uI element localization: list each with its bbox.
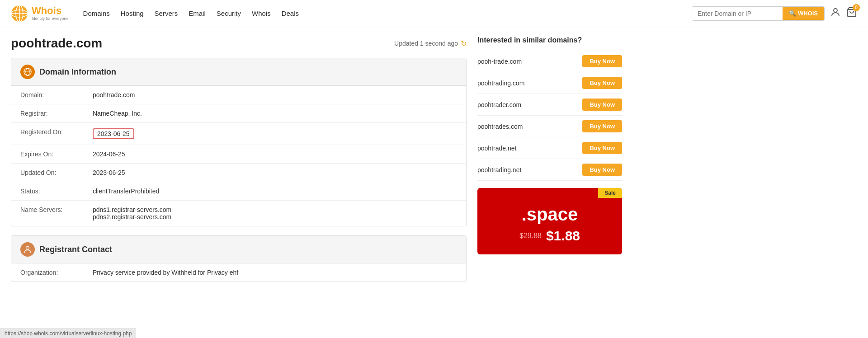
nav-security[interactable]: Security	[217, 9, 241, 17]
registrar-field-row: Registrar: NameCheap, Inc.	[11, 104, 466, 123]
left-panel: poohtrade.com Updated 1 second ago ↻ Dom…	[11, 36, 467, 291]
similar-domain-name-4: poohtrades.com	[477, 123, 523, 130]
domain-info-card: Domain Information Domain: poohtrade.com…	[11, 58, 467, 226]
similar-title: Interested in similar domains?	[477, 36, 622, 44]
nameservers-value: pdns1.registrar-servers.compdns2.registr…	[93, 206, 457, 221]
similar-domain-row-3: poohtrader.com Buy Now	[477, 94, 622, 116]
similar-domain-name-3: poohtrader.com	[477, 101, 521, 108]
updated-on-field-row: Updated On: 2023-06-25	[11, 164, 466, 182]
search-button[interactable]: 🔍 WHOIS	[783, 7, 824, 20]
registered-on-label: Registered On:	[20, 128, 93, 136]
registrar-label: Registrar:	[20, 110, 93, 117]
similar-domain-name-6: poohtrading.net	[477, 166, 521, 174]
status-value: clientTransferProhibited	[93, 188, 457, 195]
logo-text: Whois Identity for everyone	[32, 5, 69, 21]
updated-on-value: 2023-06-25	[93, 169, 457, 176]
cart-icon[interactable]: 0	[846, 7, 857, 20]
logo-area[interactable]: Whois Identity for everyone	[11, 5, 69, 22]
refresh-icon[interactable]: ↻	[461, 39, 467, 48]
domain-field-row: Domain: poohtrade.com	[11, 86, 466, 104]
buy-now-button-5[interactable]: Buy Now	[582, 142, 622, 154]
buy-now-button-2[interactable]: Buy Now	[582, 77, 622, 89]
similar-domain-row-6: poohtrading.net Buy Now	[477, 159, 622, 181]
status-label: Status:	[20, 188, 93, 195]
search-button-label: WHOIS	[798, 10, 818, 17]
nav-servers[interactable]: Servers	[155, 9, 178, 17]
main-content: poohtrade.com Updated 1 second ago ↻ Dom…	[0, 27, 633, 300]
logo-icon	[11, 5, 28, 22]
org-label: Organization:	[20, 269, 93, 276]
registered-on-field-row: Registered On: 2023-06-25	[11, 123, 466, 145]
similar-domain-name-1: pooh-trade.com	[477, 58, 522, 65]
similar-domain-name-5: poohtrade.net	[477, 145, 516, 152]
registered-on-date: 2023-06-25	[93, 128, 134, 139]
sale-badge: Sale	[598, 188, 622, 198]
domain-value: poohtrade.com	[93, 91, 457, 99]
registered-on-value: 2023-06-25	[93, 128, 457, 139]
domain-title-row: poohtrade.com Updated 1 second ago ↻	[11, 36, 467, 51]
header: Whois Identity for everyone Domains Host…	[0, 0, 868, 27]
search-input[interactable]	[692, 7, 783, 20]
expires-on-field-row: Expires On: 2024-06-25	[11, 145, 466, 164]
updated-text: Updated 1 second ago	[394, 40, 458, 47]
buy-now-button-4[interactable]: Buy Now	[582, 120, 622, 132]
buy-now-button-3[interactable]: Buy Now	[582, 99, 622, 111]
right-panel: Interested in similar domains? pooh-trad…	[477, 36, 622, 291]
similar-domain-name-2: poohtrading.com	[477, 80, 524, 87]
registrant-icon	[20, 242, 35, 257]
domain-label: Domain:	[20, 91, 93, 99]
similar-domain-row-2: poohtrading.com Buy Now	[477, 72, 622, 94]
promo-domain-ext: .space	[486, 204, 613, 225]
registrant-contact-card: Registrant Contact Organization: Privacy…	[11, 235, 467, 282]
registrant-title: Registrant Contact	[39, 245, 112, 254]
org-value: Privacy service provided by Withheld for…	[93, 269, 457, 276]
nav-hosting[interactable]: Hosting	[121, 9, 144, 17]
search-bar: 🔍 WHOIS	[692, 6, 825, 21]
similar-domain-row-5: poohtrade.net Buy Now	[477, 137, 622, 159]
promo-card: Sale .space $29.88 $1.88	[477, 188, 622, 254]
nav-deals[interactable]: Deals	[282, 9, 299, 17]
updated-on-label: Updated On:	[20, 169, 93, 176]
promo-price-row: $29.88 $1.88	[486, 228, 613, 244]
promo-new-price: $1.88	[546, 228, 580, 244]
status-field-row: Status: clientTransferProhibited	[11, 182, 466, 201]
domain-info-header: Domain Information	[11, 58, 466, 86]
nav-whois[interactable]: Whois	[252, 9, 271, 17]
svg-point-5	[834, 9, 837, 12]
similar-domain-row-1: pooh-trade.com Buy Now	[477, 51, 622, 72]
promo-old-price: $29.88	[519, 232, 542, 240]
expires-on-label: Expires On:	[20, 150, 93, 158]
cart-badge: 0	[853, 4, 860, 11]
expires-on-value: 2024-06-25	[93, 150, 457, 158]
header-right: 🔍 WHOIS 0	[692, 6, 857, 21]
registrar-value: NameCheap, Inc.	[93, 110, 457, 117]
registrant-header: Registrant Contact	[11, 236, 466, 263]
search-icon: 🔍	[789, 10, 796, 17]
buy-now-button-6[interactable]: Buy Now	[582, 164, 622, 176]
org-field-row: Organization: Privacy service provided b…	[11, 263, 466, 282]
domain-info-icon	[20, 65, 35, 79]
main-nav: Domains Hosting Servers Email Security W…	[83, 9, 692, 17]
buy-now-button-1[interactable]: Buy Now	[582, 55, 622, 67]
similar-domain-row-4: poohtrades.com Buy Now	[477, 116, 622, 137]
nameservers-field-row: Name Servers: pdns1.registrar-servers.co…	[11, 201, 466, 226]
nav-email[interactable]: Email	[189, 9, 206, 17]
user-icon[interactable]	[830, 7, 841, 20]
svg-point-10	[26, 247, 29, 250]
nameservers-label: Name Servers:	[20, 206, 93, 213]
domain-title: poohtrade.com	[11, 36, 102, 51]
logo-tagline-text: Identity for everyone	[32, 17, 69, 21]
nav-domains[interactable]: Domains	[83, 9, 110, 17]
updated-info: Updated 1 second ago ↻	[394, 39, 467, 48]
domain-info-title: Domain Information	[39, 67, 116, 77]
logo-whois-text: Whois	[32, 5, 69, 16]
